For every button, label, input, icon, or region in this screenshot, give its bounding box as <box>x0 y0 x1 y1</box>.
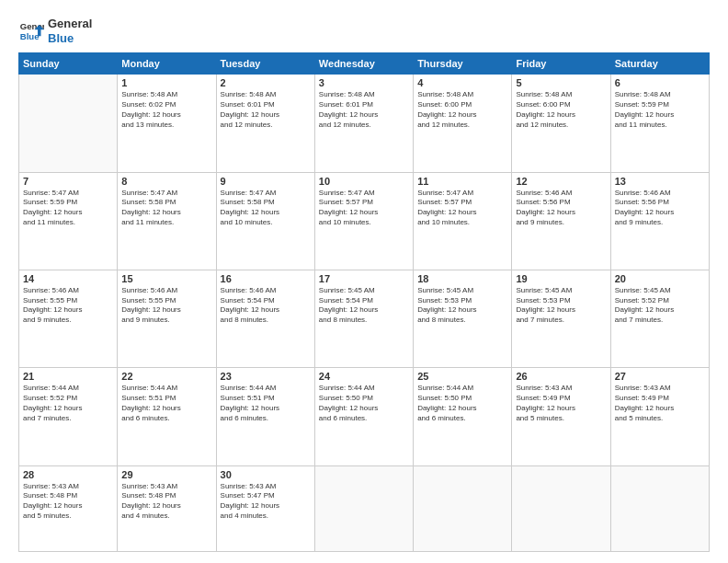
week-row-2: 7Sunrise: 5:47 AM Sunset: 5:59 PM Daylig… <box>19 172 710 270</box>
calendar-cell: 25Sunrise: 5:44 AM Sunset: 5:50 PM Dayli… <box>414 368 512 465</box>
cell-info: Sunrise: 5:47 AM Sunset: 5:58 PM Dayligh… <box>221 189 311 228</box>
cell-info: Sunrise: 5:46 AM Sunset: 5:56 PM Dayligh… <box>516 189 606 228</box>
day-number: 7 <box>23 176 113 187</box>
calendar-cell: 14Sunrise: 5:46 AM Sunset: 5:55 PM Dayli… <box>19 270 118 367</box>
calendar-table: SundayMondayTuesdayWednesdayThursdayFrid… <box>18 52 710 552</box>
calendar-cell: 1Sunrise: 5:48 AM Sunset: 6:02 PM Daylig… <box>118 75 216 172</box>
day-number: 8 <box>121 176 211 187</box>
calendar-cell: 23Sunrise: 5:44 AM Sunset: 5:51 PM Dayli… <box>216 368 314 465</box>
cell-info: Sunrise: 5:48 AM Sunset: 6:00 PM Dayligh… <box>516 90 606 130</box>
cell-info: Sunrise: 5:46 AM Sunset: 5:55 PM Dayligh… <box>23 286 113 326</box>
cell-info: Sunrise: 5:43 AM Sunset: 5:49 PM Dayligh… <box>516 384 606 423</box>
calendar-cell: 4Sunrise: 5:48 AM Sunset: 6:00 PM Daylig… <box>414 75 512 172</box>
day-number: 24 <box>319 371 409 382</box>
calendar-cell: 5Sunrise: 5:48 AM Sunset: 6:00 PM Daylig… <box>512 75 610 172</box>
day-number: 22 <box>121 371 211 382</box>
cell-info: Sunrise: 5:44 AM Sunset: 5:50 PM Dayligh… <box>417 384 507 423</box>
cell-info: Sunrise: 5:47 AM Sunset: 5:59 PM Dayligh… <box>23 189 113 228</box>
cell-info: Sunrise: 5:47 AM Sunset: 5:57 PM Dayligh… <box>417 189 507 228</box>
calendar-cell: 18Sunrise: 5:45 AM Sunset: 5:53 PM Dayli… <box>414 270 512 367</box>
day-number: 23 <box>221 371 311 382</box>
day-number: 15 <box>121 273 211 284</box>
cell-info: Sunrise: 5:43 AM Sunset: 5:48 PM Dayligh… <box>23 482 113 522</box>
weekday-thursday: Thursday <box>414 53 512 75</box>
cell-info: Sunrise: 5:45 AM Sunset: 5:54 PM Dayligh… <box>319 286 409 326</box>
cell-info: Sunrise: 5:48 AM Sunset: 6:01 PM Dayligh… <box>221 90 311 130</box>
calendar-cell: 16Sunrise: 5:46 AM Sunset: 5:54 PM Dayli… <box>216 270 314 367</box>
day-number: 4 <box>417 77 507 88</box>
day-number: 28 <box>23 469 113 480</box>
calendar-cell: 20Sunrise: 5:45 AM Sunset: 5:52 PM Dayli… <box>610 270 709 367</box>
cell-info: Sunrise: 5:44 AM Sunset: 5:51 PM Dayligh… <box>221 384 311 423</box>
calendar-cell: 3Sunrise: 5:48 AM Sunset: 6:01 PM Daylig… <box>314 75 413 172</box>
day-number: 1 <box>121 77 211 88</box>
calendar-cell: 26Sunrise: 5:43 AM Sunset: 5:49 PM Dayli… <box>512 368 610 465</box>
calendar-cell: 10Sunrise: 5:47 AM Sunset: 5:57 PM Dayli… <box>314 172 413 270</box>
cell-info: Sunrise: 5:45 AM Sunset: 5:53 PM Dayligh… <box>417 286 507 326</box>
calendar-cell: 27Sunrise: 5:43 AM Sunset: 5:49 PM Dayli… <box>610 368 709 465</box>
calendar-cell: 7Sunrise: 5:47 AM Sunset: 5:59 PM Daylig… <box>19 172 118 270</box>
day-number: 17 <box>319 273 409 284</box>
calendar-cell: 13Sunrise: 5:46 AM Sunset: 5:56 PM Dayli… <box>610 172 709 270</box>
day-number: 11 <box>417 176 507 187</box>
day-number: 12 <box>516 176 606 187</box>
cell-info: Sunrise: 5:45 AM Sunset: 5:52 PM Dayligh… <box>615 286 705 326</box>
cell-info: Sunrise: 5:45 AM Sunset: 5:53 PM Dayligh… <box>516 286 606 326</box>
day-number: 9 <box>221 176 311 187</box>
calendar-cell <box>512 465 610 551</box>
weekday-sunday: Sunday <box>19 53 118 75</box>
weekday-header-row: SundayMondayTuesdayWednesdayThursdayFrid… <box>19 53 710 75</box>
logo-blue: Blue <box>48 31 92 46</box>
calendar-cell: 29Sunrise: 5:43 AM Sunset: 5:48 PM Dayli… <box>118 465 216 551</box>
calendar-cell <box>414 465 512 551</box>
logo-general: General <box>48 17 92 31</box>
day-number: 16 <box>221 273 311 284</box>
calendar-cell: 22Sunrise: 5:44 AM Sunset: 5:51 PM Dayli… <box>118 368 216 465</box>
page: General Blue General Blue SundayMondayTu… <box>0 0 728 563</box>
weekday-friday: Friday <box>512 53 610 75</box>
day-number: 20 <box>615 273 705 284</box>
day-number: 10 <box>319 176 409 187</box>
day-number: 26 <box>516 371 606 382</box>
calendar-cell <box>610 465 709 551</box>
day-number: 18 <box>417 273 507 284</box>
week-row-4: 21Sunrise: 5:44 AM Sunset: 5:52 PM Dayli… <box>19 368 710 465</box>
cell-info: Sunrise: 5:48 AM Sunset: 6:00 PM Dayligh… <box>417 90 507 130</box>
cell-info: Sunrise: 5:46 AM Sunset: 5:56 PM Dayligh… <box>615 189 705 228</box>
calendar-cell: 24Sunrise: 5:44 AM Sunset: 5:50 PM Dayli… <box>314 368 413 465</box>
day-number: 30 <box>221 469 311 480</box>
calendar-cell: 17Sunrise: 5:45 AM Sunset: 5:54 PM Dayli… <box>314 270 413 367</box>
calendar-cell <box>19 75 118 172</box>
calendar-cell: 28Sunrise: 5:43 AM Sunset: 5:48 PM Dayli… <box>19 465 118 551</box>
cell-info: Sunrise: 5:46 AM Sunset: 5:54 PM Dayligh… <box>221 286 311 326</box>
cell-info: Sunrise: 5:44 AM Sunset: 5:52 PM Dayligh… <box>23 384 113 423</box>
calendar-cell: 11Sunrise: 5:47 AM Sunset: 5:57 PM Dayli… <box>414 172 512 270</box>
cell-info: Sunrise: 5:47 AM Sunset: 5:58 PM Dayligh… <box>121 189 211 228</box>
day-number: 5 <box>516 77 606 88</box>
calendar-cell: 8Sunrise: 5:47 AM Sunset: 5:58 PM Daylig… <box>118 172 216 270</box>
cell-info: Sunrise: 5:43 AM Sunset: 5:47 PM Dayligh… <box>221 482 311 522</box>
day-number: 14 <box>23 273 113 284</box>
logo-icon: General Blue <box>18 18 44 44</box>
week-row-3: 14Sunrise: 5:46 AM Sunset: 5:55 PM Dayli… <box>19 270 710 367</box>
calendar-cell: 19Sunrise: 5:45 AM Sunset: 5:53 PM Dayli… <box>512 270 610 367</box>
cell-info: Sunrise: 5:44 AM Sunset: 5:50 PM Dayligh… <box>319 384 409 423</box>
header: General Blue General Blue <box>18 17 710 45</box>
cell-info: Sunrise: 5:44 AM Sunset: 5:51 PM Dayligh… <box>121 384 211 423</box>
calendar-cell: 9Sunrise: 5:47 AM Sunset: 5:58 PM Daylig… <box>216 172 314 270</box>
cell-info: Sunrise: 5:48 AM Sunset: 5:59 PM Dayligh… <box>615 90 705 130</box>
day-number: 29 <box>121 469 211 480</box>
day-number: 6 <box>615 77 705 88</box>
cell-info: Sunrise: 5:47 AM Sunset: 5:57 PM Dayligh… <box>319 189 409 228</box>
weekday-saturday: Saturday <box>610 53 709 75</box>
week-row-5: 28Sunrise: 5:43 AM Sunset: 5:48 PM Dayli… <box>19 465 710 551</box>
weekday-monday: Monday <box>118 53 216 75</box>
svg-text:Blue: Blue <box>20 30 40 40</box>
day-number: 2 <box>221 77 311 88</box>
calendar-cell: 6Sunrise: 5:48 AM Sunset: 5:59 PM Daylig… <box>610 75 709 172</box>
cell-info: Sunrise: 5:43 AM Sunset: 5:49 PM Dayligh… <box>615 384 705 423</box>
logo: General Blue General Blue <box>18 17 92 45</box>
calendar-cell: 21Sunrise: 5:44 AM Sunset: 5:52 PM Dayli… <box>19 368 118 465</box>
week-row-1: 1Sunrise: 5:48 AM Sunset: 6:02 PM Daylig… <box>19 75 710 172</box>
cell-info: Sunrise: 5:46 AM Sunset: 5:55 PM Dayligh… <box>121 286 211 326</box>
